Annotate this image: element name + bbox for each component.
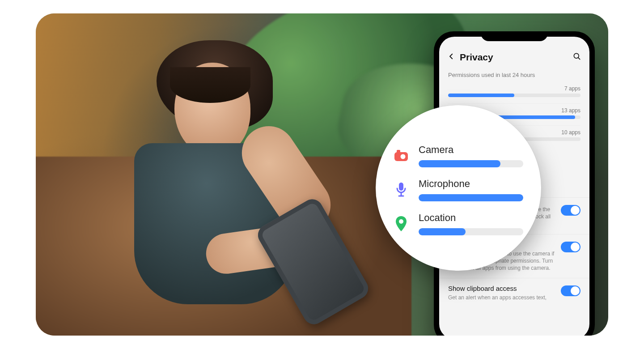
bubble-bar [419, 194, 523, 201]
bubble-label: Camera [419, 144, 523, 156]
bubble-label: Microphone [419, 178, 523, 190]
magnifier-bubble: Camera Microphone Location [376, 105, 541, 271]
camera-icon [394, 150, 409, 162]
search-icon[interactable] [572, 52, 581, 63]
microphone-icon [394, 182, 409, 197]
bubble-row-location: Location [394, 212, 523, 235]
svg-point-8 [399, 219, 403, 224]
permission-count: 7 apps [448, 85, 580, 92]
bubble-bar [419, 228, 523, 235]
svg-line-1 [578, 58, 580, 60]
svg-rect-5 [399, 183, 403, 191]
toggle-switch[interactable] [561, 205, 580, 216]
person-illustration [67, 40, 353, 327]
svg-rect-4 [397, 150, 400, 153]
appbar: Privacy [439, 37, 589, 69]
permission-bar [448, 94, 580, 97]
section-title: Permissions used in last 24 hours [439, 69, 589, 82]
location-icon [394, 216, 409, 232]
toggle-switch[interactable] [561, 242, 580, 252]
bubble-row-camera: Camera [394, 144, 523, 167]
svg-point-3 [401, 154, 406, 159]
promo-stage: Privacy Permissions used in last 24 hour… [36, 13, 608, 336]
toggle-switch[interactable] [561, 285, 580, 296]
bubble-row-microphone: Microphone [394, 178, 523, 201]
toggle-desc: Get an alert when an apps accesses text, [448, 294, 555, 301]
phone-notch [481, 31, 548, 41]
bubble-label: Location [419, 212, 523, 224]
toggle-title: Show clipboard access [448, 285, 555, 292]
permission-row-camera[interactable]: 7 apps [448, 82, 580, 104]
bubble-bar [419, 160, 523, 167]
page-title: Privacy [460, 52, 493, 63]
toggle-row-clipboard-access[interactable]: Show clipboard access Get an alert when … [439, 278, 589, 307]
back-icon[interactable] [447, 52, 455, 62]
